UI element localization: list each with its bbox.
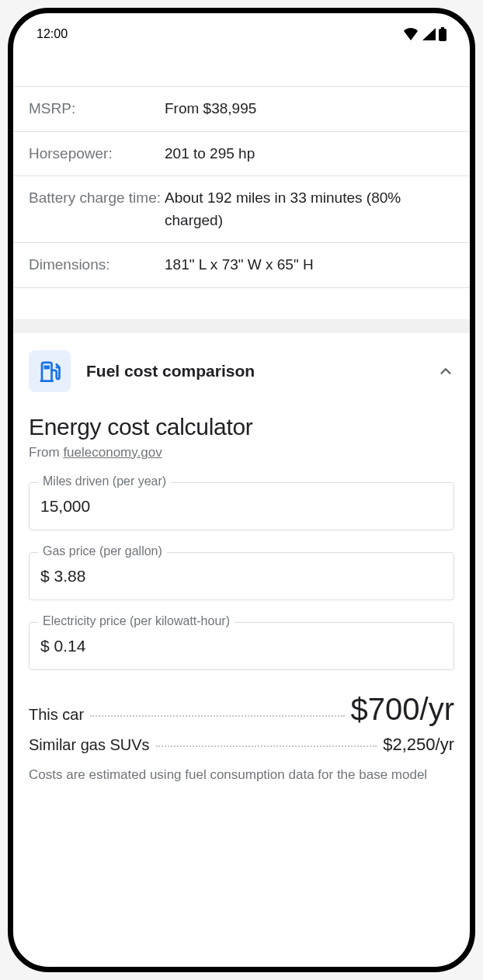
fuel-icon-box <box>29 350 71 392</box>
similar-suvs-cost-row: Similar gas SUVs $2,250/yr <box>29 735 454 755</box>
source-link[interactable]: fueleconomy.gov <box>63 445 162 460</box>
spec-row-horsepower: Horsepower: 201 to 295 hp <box>13 131 470 176</box>
fuel-cost-title: Fuel cost comparison <box>86 362 422 381</box>
similar-suvs-value: $2,250/yr <box>383 735 454 755</box>
spec-value: 181" L x 73" W x 65" H <box>165 254 454 276</box>
svg-rect-0 <box>441 27 444 29</box>
chevron-up-icon[interactable] <box>437 363 454 380</box>
gas-price-input[interactable] <box>29 552 454 600</box>
spec-row-battery-charge: Battery charge time: About 192 miles in … <box>13 175 470 242</box>
status-bar: 12:00 <box>13 13 470 47</box>
spec-label: Battery charge time: <box>29 187 165 231</box>
svg-rect-1 <box>439 29 447 41</box>
wifi-icon <box>403 28 419 40</box>
spec-label: Dimensions: <box>29 254 165 276</box>
electricity-price-input[interactable] <box>29 622 454 670</box>
cellular-icon <box>422 28 436 40</box>
electricity-price-input-group: Electricity price (per kilowatt-hour) <box>29 622 454 670</box>
fuel-cost-header[interactable]: Fuel cost comparison <box>29 350 454 392</box>
spec-row-msrp: MSRP: From $38,995 <box>13 86 470 131</box>
gas-price-label: Gas price (per gallon) <box>38 544 167 558</box>
spec-value: About 192 miles in 33 minutes (80% charg… <box>165 187 454 231</box>
miles-driven-input[interactable] <box>29 482 454 530</box>
dots-separator <box>90 715 344 717</box>
dots-separator <box>156 745 377 747</box>
miles-driven-label: Miles driven (per year) <box>38 474 171 488</box>
this-car-label: This car <box>29 706 84 724</box>
phone-frame: 12:00 MSRP: From $38,995 Horsepower: 201… <box>8 8 475 972</box>
miles-driven-input-group: Miles driven (per year) <box>29 482 454 530</box>
section-divider <box>13 319 470 333</box>
spec-value: 201 to 295 hp <box>165 143 454 165</box>
status-time: 12:00 <box>36 27 68 41</box>
electricity-price-label: Electricity price (per kilowatt-hour) <box>38 614 235 628</box>
similar-suvs-label: Similar gas SUVs <box>29 736 150 754</box>
status-icons <box>403 27 447 41</box>
spec-label: MSRP: <box>29 98 165 120</box>
battery-icon <box>439 27 447 41</box>
cost-disclaimer: Costs are estimated using fuel consumpti… <box>29 766 454 785</box>
gas-price-input-group: Gas price (per gallon) <box>29 552 454 600</box>
fuel-cost-section: Fuel cost comparison Energy cost calcula… <box>13 333 470 802</box>
specs-section: MSRP: From $38,995 Horsepower: 201 to 29… <box>13 47 470 319</box>
spec-value: From $38,995 <box>165 98 454 120</box>
source-prefix: From <box>29 445 63 460</box>
spec-label: Horsepower: <box>29 143 165 165</box>
fuel-pump-icon <box>38 360 61 383</box>
calculator-title: Energy cost calculator <box>29 414 454 440</box>
calculator-source: From fueleconomy.gov <box>29 445 454 460</box>
this-car-cost-row: This car $700/yr <box>29 692 454 727</box>
spec-row-dimensions: Dimensions: 181" L x 73" W x 65" H <box>13 242 470 288</box>
main-content[interactable]: MSRP: From $38,995 Horsepower: 201 to 29… <box>13 47 470 801</box>
this-car-value: $700/yr <box>351 692 454 727</box>
